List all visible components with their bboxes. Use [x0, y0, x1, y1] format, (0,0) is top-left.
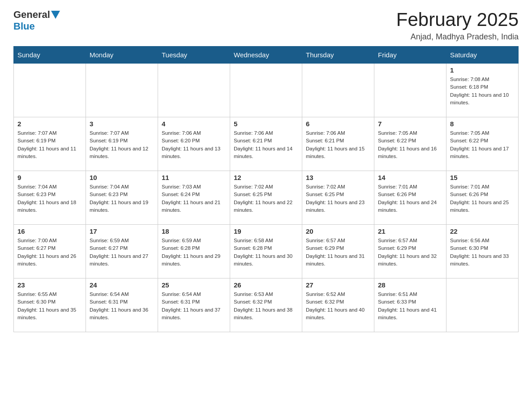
logo: General Blue: [13, 9, 61, 32]
day-number: 25: [162, 281, 226, 289]
day-number: 9: [17, 174, 82, 181]
calendar-cell: 6Sunrise: 7:06 AM Sunset: 6:21 PM Daylig…: [302, 117, 374, 171]
calendar-week-row: 9Sunrise: 7:04 AM Sunset: 6:23 PM Daylig…: [14, 171, 519, 225]
day-number: 6: [306, 120, 370, 128]
day-number: 18: [162, 227, 226, 235]
day-info: Sunrise: 6:54 AM Sunset: 6:31 PM Dayligh…: [162, 291, 226, 321]
calendar-cell: 23Sunrise: 6:55 AM Sunset: 6:30 PM Dayli…: [14, 278, 86, 332]
day-number: 4: [162, 120, 226, 128]
calendar-cell: [158, 64, 230, 117]
calendar-cell: [230, 64, 302, 117]
day-info: Sunrise: 7:05 AM Sunset: 6:22 PM Dayligh…: [378, 129, 442, 160]
day-info: Sunrise: 7:00 AM Sunset: 6:27 PM Dayligh…: [17, 237, 82, 268]
logo-general-text: General: [13, 9, 50, 21]
calendar-cell: 4Sunrise: 7:06 AM Sunset: 6:20 PM Daylig…: [158, 117, 230, 171]
calendar-cell: 18Sunrise: 6:59 AM Sunset: 6:28 PM Dayli…: [158, 225, 230, 278]
day-info: Sunrise: 6:53 AM Sunset: 6:32 PM Dayligh…: [234, 291, 298, 321]
day-info: Sunrise: 6:56 AM Sunset: 6:30 PM Dayligh…: [450, 237, 515, 268]
header-thursday: Thursday: [302, 47, 374, 64]
calendar-cell: 9Sunrise: 7:04 AM Sunset: 6:23 PM Daylig…: [14, 171, 86, 225]
day-info: Sunrise: 7:06 AM Sunset: 6:20 PM Dayligh…: [162, 129, 226, 160]
calendar-title: February 2025: [396, 9, 519, 30]
day-info: Sunrise: 6:57 AM Sunset: 6:29 PM Dayligh…: [378, 237, 442, 268]
day-info: Sunrise: 6:54 AM Sunset: 6:31 PM Dayligh…: [90, 291, 154, 321]
day-number: 14: [378, 174, 442, 181]
calendar-cell: 15Sunrise: 7:01 AM Sunset: 6:26 PM Dayli…: [446, 171, 519, 225]
calendar-cell: 14Sunrise: 7:01 AM Sunset: 6:26 PM Dayli…: [374, 171, 446, 225]
day-info: Sunrise: 7:06 AM Sunset: 6:21 PM Dayligh…: [234, 129, 298, 160]
calendar-subtitle: Anjad, Madhya Pradesh, India: [396, 32, 519, 42]
day-info: Sunrise: 7:04 AM Sunset: 6:23 PM Dayligh…: [17, 183, 82, 214]
calendar-cell: 16Sunrise: 7:00 AM Sunset: 6:27 PM Dayli…: [14, 225, 86, 278]
day-info: Sunrise: 6:51 AM Sunset: 6:33 PM Dayligh…: [378, 291, 442, 321]
calendar-cell: [86, 64, 158, 117]
calendar-cell: 2Sunrise: 7:07 AM Sunset: 6:19 PM Daylig…: [14, 117, 86, 171]
day-info: Sunrise: 7:08 AM Sunset: 6:18 PM Dayligh…: [450, 76, 515, 107]
calendar-cell: 26Sunrise: 6:53 AM Sunset: 6:32 PM Dayli…: [230, 278, 302, 332]
calendar-cell: 7Sunrise: 7:05 AM Sunset: 6:22 PM Daylig…: [374, 117, 446, 171]
calendar-cell: 8Sunrise: 7:05 AM Sunset: 6:22 PM Daylig…: [446, 117, 519, 171]
calendar-cell: [446, 278, 519, 332]
calendar-cell: 17Sunrise: 6:59 AM Sunset: 6:27 PM Dayli…: [86, 225, 158, 278]
day-number: 20: [306, 227, 370, 235]
header-friday: Friday: [374, 47, 446, 64]
day-info: Sunrise: 7:03 AM Sunset: 6:24 PM Dayligh…: [162, 183, 226, 214]
calendar-cell: 3Sunrise: 7:07 AM Sunset: 6:19 PM Daylig…: [86, 117, 158, 171]
day-number: 16: [17, 227, 82, 235]
day-info: Sunrise: 6:55 AM Sunset: 6:30 PM Dayligh…: [17, 291, 82, 321]
day-number: 21: [378, 227, 442, 235]
logo-triangle-icon: [51, 11, 60, 19]
calendar-cell: 1Sunrise: 7:08 AM Sunset: 6:18 PM Daylig…: [446, 64, 519, 117]
day-info: Sunrise: 7:01 AM Sunset: 6:26 PM Dayligh…: [450, 183, 515, 214]
calendar-cell: [302, 64, 374, 117]
day-info: Sunrise: 7:01 AM Sunset: 6:26 PM Dayligh…: [378, 183, 442, 214]
day-info: Sunrise: 7:05 AM Sunset: 6:22 PM Dayligh…: [450, 129, 515, 160]
day-number: 10: [90, 174, 154, 181]
calendar-cell: 27Sunrise: 6:52 AM Sunset: 6:32 PM Dayli…: [302, 278, 374, 332]
calendar-cell: 25Sunrise: 6:54 AM Sunset: 6:31 PM Dayli…: [158, 278, 230, 332]
header-sunday: Sunday: [14, 47, 86, 64]
day-number: 13: [306, 174, 370, 181]
calendar-cell: 19Sunrise: 6:58 AM Sunset: 6:28 PM Dayli…: [230, 225, 302, 278]
calendar-cell: 11Sunrise: 7:03 AM Sunset: 6:24 PM Dayli…: [158, 171, 230, 225]
calendar-week-row: 1Sunrise: 7:08 AM Sunset: 6:18 PM Daylig…: [14, 64, 519, 117]
day-number: 8: [450, 120, 515, 128]
calendar-cell: 20Sunrise: 6:57 AM Sunset: 6:29 PM Dayli…: [302, 225, 374, 278]
day-number: 3: [90, 120, 154, 128]
day-number: 26: [234, 281, 298, 289]
header-wednesday: Wednesday: [230, 47, 302, 64]
day-number: 15: [450, 174, 515, 181]
day-number: 1: [450, 66, 515, 74]
day-number: 11: [162, 174, 226, 181]
day-number: 28: [378, 281, 442, 289]
day-number: 17: [90, 227, 154, 235]
header-saturday: Saturday: [446, 47, 519, 64]
day-info: Sunrise: 7:06 AM Sunset: 6:21 PM Dayligh…: [306, 129, 370, 160]
day-number: 19: [234, 227, 298, 235]
calendar-body: 1Sunrise: 7:08 AM Sunset: 6:18 PM Daylig…: [14, 64, 519, 332]
day-info: Sunrise: 7:04 AM Sunset: 6:23 PM Dayligh…: [90, 183, 154, 214]
day-number: 5: [234, 120, 298, 128]
day-info: Sunrise: 6:52 AM Sunset: 6:32 PM Dayligh…: [306, 291, 370, 321]
page-header: General Blue February 2025 Anjad, Madhya…: [13, 9, 519, 42]
calendar-table: Sunday Monday Tuesday Wednesday Thursday…: [13, 46, 519, 332]
day-info: Sunrise: 6:58 AM Sunset: 6:28 PM Dayligh…: [234, 237, 298, 268]
day-number: 12: [234, 174, 298, 181]
calendar-week-row: 2Sunrise: 7:07 AM Sunset: 6:19 PM Daylig…: [14, 117, 519, 171]
weekday-header-row: Sunday Monday Tuesday Wednesday Thursday…: [14, 47, 519, 64]
calendar-cell: 12Sunrise: 7:02 AM Sunset: 6:25 PM Dayli…: [230, 171, 302, 225]
calendar-cell: 28Sunrise: 6:51 AM Sunset: 6:33 PM Dayli…: [374, 278, 446, 332]
calendar-header: Sunday Monday Tuesday Wednesday Thursday…: [14, 47, 519, 64]
calendar-cell: 24Sunrise: 6:54 AM Sunset: 6:31 PM Dayli…: [86, 278, 158, 332]
calendar-cell: 22Sunrise: 6:56 AM Sunset: 6:30 PM Dayli…: [446, 225, 519, 278]
day-number: 27: [306, 281, 370, 289]
day-number: 7: [378, 120, 442, 128]
logo-blue-text: Blue: [13, 21, 35, 32]
calendar-cell: 13Sunrise: 7:02 AM Sunset: 6:25 PM Dayli…: [302, 171, 374, 225]
day-number: 24: [90, 281, 154, 289]
day-info: Sunrise: 6:57 AM Sunset: 6:29 PM Dayligh…: [306, 237, 370, 268]
calendar-week-row: 23Sunrise: 6:55 AM Sunset: 6:30 PM Dayli…: [14, 278, 519, 332]
day-info: Sunrise: 7:02 AM Sunset: 6:25 PM Dayligh…: [306, 183, 370, 214]
day-number: 23: [17, 281, 82, 289]
header-tuesday: Tuesday: [158, 47, 230, 64]
